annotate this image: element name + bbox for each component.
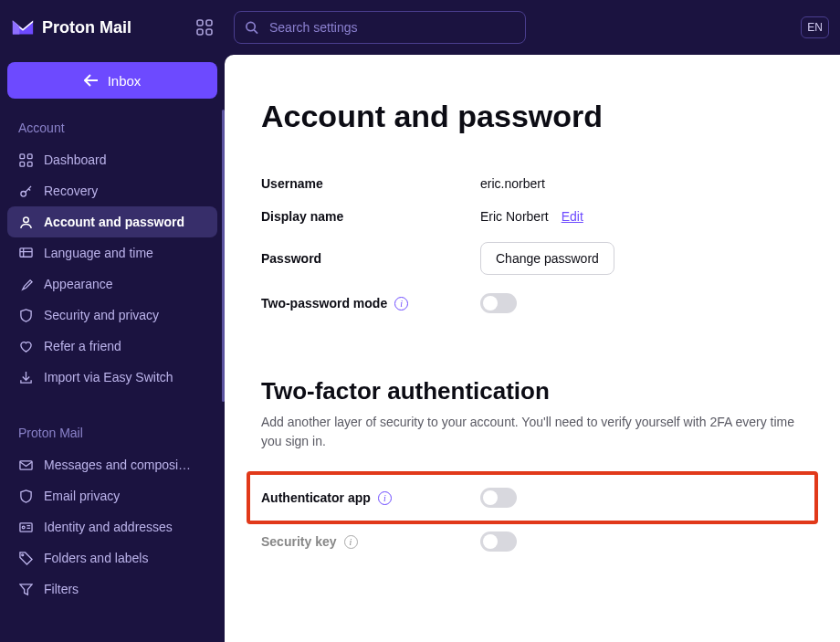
shield-icon — [18, 489, 33, 503]
svg-line-12 — [25, 185, 31, 192]
info-icon[interactable]: i — [378, 491, 392, 505]
sidebar-item-label: Appearance — [44, 277, 113, 291]
security-key-label: Security key — [261, 534, 337, 549]
sidebar-section-header-proton-mail: Proton Mail — [7, 420, 217, 449]
search-field — [234, 11, 526, 44]
info-icon[interactable]: i — [394, 297, 408, 310]
section-title-2fa: Two-factor authentication — [261, 377, 803, 405]
tag-icon — [18, 551, 33, 565]
row-password: Password Change password — [261, 242, 803, 275]
info-icon[interactable]: i — [344, 535, 358, 549]
sidebar-item-import-easy-switch[interactable]: Import via Easy Switch — [7, 362, 217, 393]
svg-rect-10 — [27, 162, 32, 166]
sidebar-item-identity-addresses[interactable]: Identity and addresses — [7, 511, 217, 542]
sidebar-item-label: Language and time — [44, 246, 153, 260]
svg-rect-2 — [197, 29, 203, 35]
svg-line-13 — [28, 188, 30, 190]
language-selector[interactable]: EN — [801, 16, 829, 38]
sidebar-item-language-time[interactable]: Language and time — [7, 237, 217, 268]
row-two-password-mode: Two-password mode i — [261, 293, 803, 313]
svg-line-5 — [254, 30, 257, 34]
inbox-button[interactable]: Inbox — [7, 62, 217, 99]
svg-rect-9 — [19, 162, 24, 166]
sidebar-item-label: Dashboard — [44, 153, 107, 167]
sidebar-item-label: Security and privacy — [44, 308, 159, 322]
filter-icon — [18, 582, 33, 596]
sidebar-item-label: Account and password — [44, 215, 184, 229]
sidebar-item-label: Email privacy — [44, 489, 120, 503]
sidebar: Inbox Account Dashboard Recovery Account… — [0, 55, 225, 642]
sidebar-item-label: Filters — [44, 582, 79, 596]
password-label: Password — [261, 251, 321, 266]
inbox-button-label: Inbox — [108, 73, 142, 89]
display-name-label: Display name — [261, 209, 343, 224]
svg-rect-8 — [27, 153, 32, 158]
sidebar-item-label: Messages and composi… — [44, 458, 191, 472]
svg-point-20 — [22, 526, 25, 529]
edit-display-name-link[interactable]: Edit — [562, 209, 583, 224]
row-username: Username eric.norbert — [261, 176, 803, 191]
top-bar: Proton Mail EN — [0, 0, 840, 55]
svg-rect-0 — [197, 20, 203, 26]
sidebar-item-email-privacy[interactable]: Email privacy — [7, 480, 217, 511]
svg-rect-1 — [206, 20, 212, 26]
sidebar-item-refer-friend[interactable]: Refer a friend — [7, 331, 217, 362]
svg-point-14 — [23, 216, 28, 222]
two-password-mode-toggle[interactable] — [480, 293, 517, 313]
page-title: Account and password — [261, 99, 803, 134]
svg-rect-18 — [19, 460, 31, 468]
svg-rect-7 — [19, 153, 24, 158]
sidebar-item-label: Folders and labels — [44, 551, 148, 565]
user-icon — [18, 215, 33, 229]
security-key-toggle[interactable] — [480, 531, 517, 552]
proton-mail-logo-icon — [11, 16, 35, 39]
sidebar-item-label: Refer a friend — [44, 339, 121, 353]
username-label: Username — [261, 176, 323, 191]
authenticator-app-highlight: Authenticator app i — [247, 471, 818, 524]
apps-grid-icon[interactable] — [192, 15, 217, 40]
svg-rect-15 — [19, 247, 31, 256]
brand-name: Proton Mail — [42, 18, 131, 37]
username-value: eric.norbert — [480, 176, 545, 191]
svg-point-23 — [21, 553, 23, 555]
message-icon — [18, 458, 33, 472]
arrow-left-icon — [84, 74, 99, 87]
row-display-name: Display name Eric Norbert Edit — [261, 209, 803, 224]
sidebar-item-label: Identity and addresses — [44, 520, 173, 534]
sidebar-item-label: Import via Easy Switch — [44, 370, 173, 384]
sidebar-item-account-password[interactable]: Account and password — [7, 206, 217, 237]
row-security-key: Security key i — [261, 531, 803, 552]
sidebar-item-folders-labels[interactable]: Folders and labels — [7, 542, 217, 574]
section-desc-2fa: Add another layer of security to your ac… — [261, 413, 803, 451]
display-name-value: Eric Norbert — [480, 209, 549, 224]
main-content: Account and password Username eric.norbe… — [225, 55, 840, 642]
sidebar-item-security-privacy[interactable]: Security and privacy — [7, 300, 217, 331]
sidebar-item-messages-composing[interactable]: Messages and composi… — [7, 449, 217, 480]
key-icon — [18, 184, 33, 198]
idcard-icon — [18, 520, 33, 534]
two-password-mode-label: Two-password mode — [261, 296, 387, 310]
shield-icon — [18, 308, 33, 322]
authenticator-app-toggle[interactable] — [480, 488, 517, 508]
grid-icon — [18, 153, 33, 167]
authenticator-app-label: Authenticator app — [261, 490, 371, 505]
sidebar-item-filters[interactable]: Filters — [7, 574, 217, 605]
sidebar-item-dashboard[interactable]: Dashboard — [7, 144, 217, 175]
brush-icon — [18, 277, 33, 291]
download-icon — [18, 370, 33, 384]
sidebar-item-appearance[interactable]: Appearance — [7, 268, 217, 300]
sidebar-section-header-account: Account — [7, 115, 217, 144]
sidebar-item-recovery[interactable]: Recovery — [7, 175, 217, 206]
sidebar-item-label: Recovery — [44, 184, 98, 198]
svg-marker-24 — [19, 584, 31, 594]
change-password-button[interactable]: Change password — [480, 242, 614, 275]
search-input[interactable] — [234, 11, 526, 44]
globe-icon — [18, 246, 33, 260]
svg-rect-3 — [206, 29, 212, 35]
search-icon — [245, 21, 258, 35]
heart-icon — [18, 339, 33, 353]
brand-logo[interactable]: Proton Mail — [11, 16, 181, 39]
svg-point-4 — [247, 22, 255, 30]
row-authenticator-app: Authenticator app i — [261, 488, 803, 508]
